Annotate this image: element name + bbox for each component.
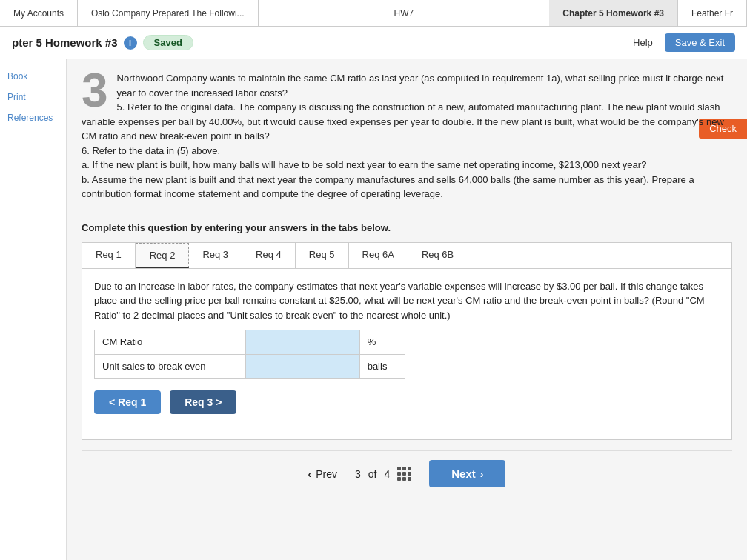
- grid-icon[interactable]: [397, 467, 411, 481]
- tab-oslo[interactable]: Oslo Company Prepared The Followi...: [78, 0, 259, 26]
- tab-hw7-center: HW7: [259, 8, 550, 19]
- sidebar-item-print[interactable]: Print: [0, 87, 66, 107]
- question-number: 3: [82, 71, 108, 114]
- tab-req6b[interactable]: Req 6B: [408, 243, 467, 268]
- page-current: 3: [355, 468, 361, 480]
- next-label: Next: [451, 467, 476, 480]
- cm-ratio-input[interactable]: [246, 332, 359, 352]
- tab-req3[interactable]: Req 3: [189, 243, 242, 268]
- question-text-p2: 5. Refer to the original data. The compa…: [82, 101, 724, 141]
- tab-content: Due to an increase in labor rates, the c…: [82, 269, 731, 440]
- cm-ratio-unit: %: [359, 330, 405, 355]
- tab-feather[interactable]: Feather Fr: [678, 0, 747, 26]
- page-of: of: [368, 468, 377, 480]
- question-text: Northwood Company wants to maintain the …: [82, 71, 732, 201]
- page-title: pter 5 Homework #3: [12, 36, 118, 49]
- save-exit-button[interactable]: Save & Exit: [665, 33, 735, 52]
- sidebar: Book Print References: [0, 59, 67, 560]
- unit-sales-label: Unit sales to break even: [95, 354, 246, 379]
- req1-prev-button[interactable]: < Req 1: [94, 390, 161, 414]
- sidebar-item-book[interactable]: Book: [0, 67, 66, 86]
- main-container: Check Book Print References 3 Northwood …: [0, 59, 747, 560]
- prev-label: Prev: [316, 468, 337, 480]
- table-row: CM Ratio %: [95, 330, 405, 355]
- header-bar: pter 5 Homework #3 i Saved Help Save & E…: [0, 27, 747, 59]
- sidebar-item-references[interactable]: References: [0, 108, 66, 127]
- question-text-p1: Northwood Company wants to maintain the …: [117, 73, 724, 99]
- tab-accounts[interactable]: My Accounts: [0, 0, 78, 26]
- question-text-p4a: a. If the new plant is built, how many b…: [82, 159, 646, 170]
- question-text-p4b: b. Assume the new plant is built and tha…: [82, 174, 694, 200]
- tab-req1[interactable]: Req 1: [82, 243, 136, 268]
- unit-sales-input-cell: [246, 354, 359, 379]
- tab-chapter5[interactable]: Chapter 5 Homework #3: [549, 0, 678, 26]
- req-nav-buttons: < Req 1 Req 3 >: [94, 390, 720, 414]
- question-block: 3 Northwood Company wants to maintain th…: [82, 71, 732, 212]
- instruction-text: Complete this question by entering your …: [82, 222, 732, 233]
- page-total: 4: [384, 468, 390, 480]
- help-button[interactable]: Help: [633, 37, 653, 48]
- bottom-nav: ‹ Prev 3 of 4 Next ›: [82, 450, 732, 496]
- top-bar: My Accounts Oslo Company Prepared The Fo…: [0, 0, 747, 27]
- tab-req5[interactable]: Req 5: [296, 243, 349, 268]
- next-chevron-icon: ›: [480, 468, 484, 480]
- info-icon[interactable]: i: [124, 36, 137, 50]
- saved-badge: Saved: [143, 35, 193, 50]
- question-text-p3: 6. Refer to the data in (5) above.: [82, 145, 220, 156]
- content-area: 3 Northwood Company wants to maintain th…: [67, 59, 747, 560]
- tab-req2[interactable]: Req 2: [136, 243, 190, 268]
- req3-next-button[interactable]: Req 3 >: [170, 390, 236, 414]
- header-left: pter 5 Homework #3 i Saved: [12, 35, 193, 50]
- prev-button[interactable]: ‹ Prev: [308, 468, 337, 480]
- unit-sales-unit: balls: [359, 354, 405, 379]
- prev-chevron-icon: ‹: [308, 468, 312, 480]
- tab-description: Due to an increase in labor rates, the c…: [94, 281, 705, 321]
- tab-req6a[interactable]: Req 6A: [349, 243, 408, 268]
- tab-req4[interactable]: Req 4: [242, 243, 296, 268]
- answer-table: CM Ratio % Unit sales to break even ba: [94, 330, 405, 379]
- unit-sales-input[interactable]: [246, 356, 359, 376]
- next-button[interactable]: Next ›: [429, 460, 505, 487]
- table-row: Unit sales to break even balls: [95, 354, 405, 379]
- tabs-container: Req 1 Req 2 Req 3 Req 4 Req 5 Req 6A Req…: [82, 242, 732, 441]
- tabs-row: Req 1 Req 2 Req 3 Req 4 Req 5 Req 6A Req…: [82, 243, 731, 269]
- page-info: 3 of 4: [355, 467, 411, 481]
- cm-ratio-label: CM Ratio: [95, 330, 246, 355]
- cm-ratio-input-cell: [246, 330, 359, 355]
- header-right: Help Save & Exit: [633, 33, 735, 52]
